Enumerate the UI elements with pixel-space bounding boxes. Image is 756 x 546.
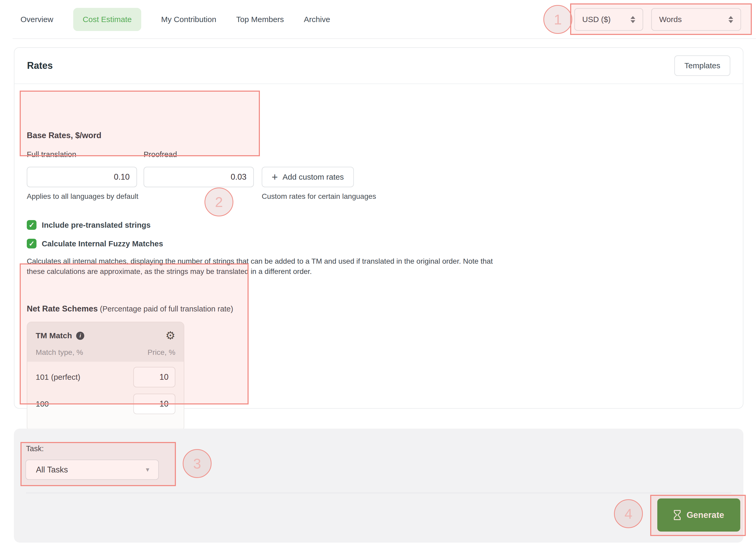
full-translation-rate-input[interactable] — [27, 167, 137, 187]
annotation-circle-4: 4 — [614, 499, 643, 528]
annotation-circle-3: 3 — [183, 449, 212, 478]
fuzzy-matches-label: Calculate Internal Fuzzy Matches — [42, 239, 163, 248]
tab-archive[interactable]: Archive — [304, 15, 330, 24]
include-pretranslated-label: Include pre-translated strings — [42, 220, 151, 229]
rates-card-header: Rates Templates — [14, 48, 743, 84]
proofread-rate-input[interactable] — [144, 167, 254, 187]
nav-divider — [13, 38, 756, 39]
annotation-circle-1: 1 — [543, 5, 572, 34]
tab-top-members[interactable]: Top Members — [236, 15, 284, 24]
include-pretranslated-checkbox[interactable]: ✓ — [27, 220, 36, 230]
annotation-box-2 — [20, 91, 260, 156]
tab-overview[interactable]: Overview — [20, 15, 53, 24]
add-custom-rates-label: Add custom rates — [282, 172, 344, 181]
tab-my-contribution[interactable]: My Contribution — [161, 15, 216, 24]
include-pretranslated-row: ✓ Include pre-translated strings — [27, 220, 151, 230]
rates-title: Rates — [27, 60, 53, 71]
fuzzy-matches-row: ✓ Calculate Internal Fuzzy Matches — [27, 239, 163, 248]
plus-icon: + — [272, 172, 278, 182]
footer-divider — [26, 493, 731, 493]
fuzzy-matches-checkbox[interactable]: ✓ — [27, 239, 36, 248]
nav-tabs: Overview Cost Estimate My Contribution T… — [20, 0, 330, 39]
tab-cost-estimate[interactable]: Cost Estimate — [73, 8, 141, 31]
cost-estimate-page: Overview Cost Estimate My Contribution T… — [0, 0, 756, 546]
annotation-circle-2: 2 — [204, 187, 233, 216]
custom-rates-hint: Custom rates for certain languages — [262, 192, 376, 201]
annotation-box-3 — [20, 263, 249, 405]
templates-button[interactable]: Templates — [674, 55, 730, 76]
base-rates-hint: Applies to all languages by default — [27, 192, 138, 201]
annotation-box-1 — [570, 3, 752, 35]
add-custom-rates-button[interactable]: + Add custom rates — [262, 167, 354, 187]
annotation-box-5 — [650, 495, 746, 536]
annotation-box-4 — [20, 442, 176, 486]
